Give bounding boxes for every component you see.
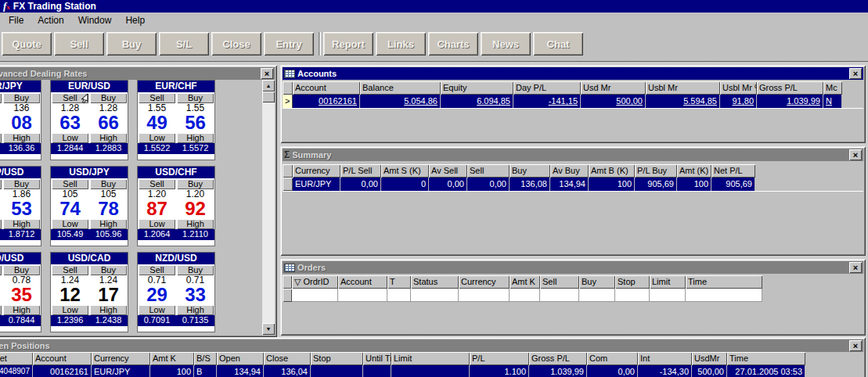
column-header-Sell[interactable]: Sell: [540, 275, 579, 289]
sell-price[interactable]: 10574: [51, 189, 89, 218]
sell-price[interactable]: 1.5549: [138, 103, 176, 132]
close-button[interactable]: ×: [849, 262, 862, 273]
row-selector[interactable]: >: [283, 95, 293, 108]
buy-price[interactable]: 1.2866: [89, 103, 128, 132]
toolbar-button-close[interactable]: Close: [211, 32, 261, 56]
close-button[interactable]: ×: [849, 340, 862, 351]
buy-price[interactable]: 1.2417: [89, 275, 128, 304]
sell-button[interactable]: Sell: [0, 265, 2, 275]
table-row[interactable]: [283, 289, 863, 302]
column-header-Mc[interactable]: Mc: [823, 81, 842, 95]
menu-help[interactable]: Help: [118, 13, 152, 27]
column-header-Currency[interactable]: Currency: [92, 352, 150, 365]
buy-price[interactable]: 1.2092: [176, 189, 214, 218]
column-header-Account[interactable]: Account: [33, 352, 92, 365]
buy-price[interactable]: 0.7133: [176, 275, 214, 304]
close-button[interactable]: ×: [261, 68, 273, 79]
toolbar-button-quote[interactable]: Quote: [2, 32, 52, 56]
column-header-T[interactable]: T: [387, 275, 411, 289]
column-header-Day P/L[interactable]: Day P/L: [513, 81, 581, 95]
column-header-Account[interactable]: Account: [293, 81, 360, 95]
column-header-Time[interactable]: Time: [727, 352, 805, 365]
column-header-Equity[interactable]: Equity: [441, 81, 513, 95]
column-header-Limit[interactable]: Limit: [650, 275, 686, 289]
menu-action[interactable]: Action: [31, 13, 70, 27]
buy-price[interactable]: 1.8653: [2, 189, 41, 218]
column-header-Amt K[interactable]: Amt K: [150, 352, 194, 365]
column-header-selector[interactable]: [283, 275, 292, 289]
table-row[interactable]: 404890700162161EUR/JPY100B134,94136,041.…: [0, 365, 863, 377]
buy-price[interactable]: 1.5556: [176, 103, 214, 132]
buy-price[interactable]: 0.7835: [2, 275, 41, 304]
column-header-Av Buy[interactable]: Av Buy: [550, 164, 589, 178]
toolbar-button-buy[interactable]: Buy: [106, 32, 157, 56]
column-header-Currency[interactable]: Currency: [459, 275, 510, 289]
column-header-Net P/L[interactable]: Net P/L: [711, 164, 755, 178]
column-header-Stop[interactable]: Stop: [615, 275, 650, 289]
sell-price[interactable]: 1.2863: [51, 103, 89, 132]
column-header-Com[interactable]: Com: [587, 352, 638, 365]
column-header-Until Tr[interactable]: Until Tr: [363, 352, 391, 365]
buy-price[interactable]: 10578: [89, 189, 128, 218]
column-header-Open[interactable]: Open: [217, 352, 264, 365]
toolbar-button-charts[interactable]: Charts: [428, 32, 478, 56]
toolbar-button-sl[interactable]: S/L: [159, 32, 209, 56]
column-header-Amt B (K)[interactable]: Amt B (K): [589, 164, 635, 178]
column-header-P/L Sell[interactable]: P/L Sell: [340, 164, 381, 178]
scrollbar-up-button[interactable]: ▲: [262, 80, 275, 92]
column-header-Int[interactable]: Int: [638, 352, 692, 365]
column-header-B/S[interactable]: B/S: [194, 352, 217, 365]
column-header-Amt K[interactable]: Amt K: [510, 275, 540, 289]
buy-price[interactable]: 13608: [2, 103, 41, 132]
column-header-Buy[interactable]: Buy: [510, 164, 550, 178]
table-row[interactable]: EUR/JPY0,0000,000,00136,08134,94100905,6…: [283, 178, 863, 192]
column-header-UsdMr[interactable]: UsdMr: [692, 352, 727, 365]
scrollbar-down-button[interactable]: ▼: [262, 323, 275, 335]
column-header-Account[interactable]: Account: [338, 275, 387, 289]
column-header-Gross P/L[interactable]: Gross P/L: [529, 352, 587, 365]
column-header-Ticket[interactable]: Ticket: [0, 352, 33, 365]
toolbar-button-chat[interactable]: Chat: [533, 32, 583, 56]
sell-button[interactable]: Sell: [0, 179, 2, 189]
column-header-Time[interactable]: Time: [686, 275, 762, 289]
column-header-Currency[interactable]: Currency: [293, 164, 340, 178]
window-title: Open Positions: [0, 341, 50, 350]
column-header-selector[interactable]: [283, 164, 293, 178]
column-header-Av Sell[interactable]: Av Sell: [429, 164, 467, 178]
toolbar-button-links[interactable]: Links: [376, 32, 426, 56]
column-header-Usbl Mr %[interactable]: Usbl Mr %: [720, 81, 757, 95]
close-button[interactable]: ×: [849, 68, 862, 79]
row-selector[interactable]: [283, 289, 292, 302]
column-header-Amt (K)[interactable]: Amt (K): [677, 164, 711, 178]
close-button[interactable]: ×: [849, 149, 862, 160]
scrollbar-thumb[interactable]: [262, 92, 275, 102]
column-header-P/L Buy[interactable]: P/L Buy: [635, 164, 677, 178]
column-header-Usbl Mr[interactable]: Usbl Mr: [646, 81, 720, 95]
column-header-Sell[interactable]: Sell: [467, 164, 510, 178]
column-header-Gross P/L[interactable]: Gross P/L: [757, 81, 823, 95]
column-header-▽ OrdrID[interactable]: ▽ OrdrID: [292, 275, 338, 289]
column-header-Limit[interactable]: Limit: [391, 352, 470, 365]
column-header-Stop[interactable]: Stop: [311, 352, 363, 365]
sell-price[interactable]: 1.2087: [138, 189, 176, 218]
column-header-Usd Mr[interactable]: Usd Mr: [581, 81, 646, 95]
toolbar-button-news[interactable]: News: [481, 32, 531, 56]
column-header-Close[interactable]: Close: [264, 352, 311, 365]
sell-price[interactable]: 0.7129: [138, 275, 176, 304]
sell-price[interactable]: 1.2412: [51, 275, 89, 304]
column-header-P/L[interactable]: P/L: [470, 352, 529, 365]
column-header-Amt S (K)[interactable]: Amt S (K): [381, 164, 429, 178]
scrollbar-track[interactable]: ▲ ▼: [262, 80, 275, 335]
column-header-Balance[interactable]: Balance: [360, 81, 441, 95]
column-header-Status[interactable]: Status: [411, 275, 459, 289]
menu-window[interactable]: Window: [71, 13, 119, 27]
column-header-selector[interactable]: [283, 81, 293, 95]
column-header-Buy[interactable]: Buy: [579, 275, 615, 289]
toolbar-button-report[interactable]: Report: [323, 32, 373, 56]
table-row[interactable]: >001621615.054,866.094,85-141,15500,005.…: [283, 95, 863, 109]
toolbar-button-sell[interactable]: Sell: [54, 32, 104, 56]
toolbar-button-entry[interactable]: Entry: [264, 32, 314, 56]
row-selector[interactable]: [283, 178, 293, 191]
sell-button[interactable]: Sell: [0, 93, 2, 103]
menu-file[interactable]: File: [2, 13, 31, 27]
